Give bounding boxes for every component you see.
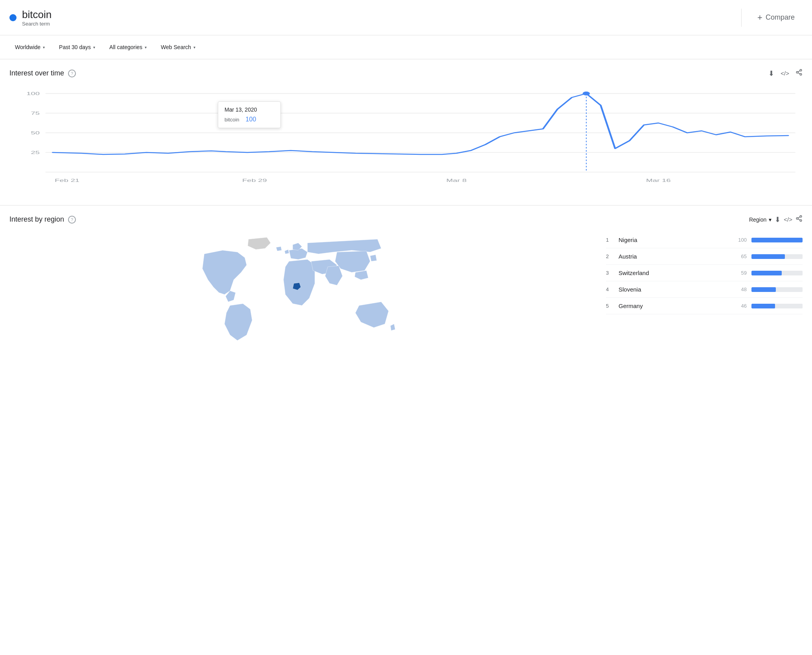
region-bar-bg (751, 271, 803, 275)
embed-icon[interactable]: </> (781, 70, 789, 77)
region-name: Switzerland (619, 270, 728, 276)
region-value: 65 (733, 253, 747, 259)
compare-label: Compare (766, 13, 795, 22)
region-list-item: 1 Nigeria 100 (606, 232, 803, 248)
region-bar (751, 271, 782, 275)
region-dropdown-label: Region (749, 216, 766, 223)
period-label: Past 30 days (59, 44, 91, 50)
search-term-text: bitcoin Search term (22, 9, 52, 27)
region-rank: 1 (606, 237, 614, 243)
svg-text:100: 100 (26, 91, 40, 96)
region-name: Austria (619, 253, 728, 260)
svg-point-2 (800, 73, 802, 75)
region-header-actions: Region ▾ ⬇ </> (749, 215, 803, 224)
region-bar-bg (751, 254, 803, 259)
svg-text:Feb 29: Feb 29 (242, 178, 267, 183)
svg-text:25: 25 (31, 150, 40, 155)
svg-point-1 (796, 72, 798, 73)
location-filter[interactable]: Worldwide ▾ (9, 41, 50, 53)
region-list-item: 4 Slovenia 48 (606, 281, 803, 298)
region-embed-icon[interactable]: </> (784, 216, 792, 223)
world-map-svg (9, 232, 598, 350)
svg-point-20 (800, 216, 802, 218)
region-type-dropdown[interactable]: Region ▾ (749, 216, 771, 223)
interest-by-region-header: Interest by region ? Region ▾ ⬇ </> (9, 215, 803, 224)
interest-over-time-help[interactable]: ? (68, 70, 76, 77)
header: bitcoin Search term + Compare (0, 0, 812, 35)
compare-button[interactable]: + Compare (741, 9, 803, 27)
category-filter[interactable]: All categories ▾ (104, 41, 152, 53)
svg-text:Mar 16: Mar 16 (646, 178, 671, 183)
region-bar-bg (751, 304, 803, 308)
interest-chart: 100 75 50 25 Feb 21 Feb 29 Mar 8 Mar 16 (9, 86, 803, 196)
svg-point-22 (800, 220, 802, 222)
interest-by-region-help[interactable]: ? (68, 216, 76, 224)
region-bar (751, 238, 803, 242)
svg-text:Feb 21: Feb 21 (55, 178, 79, 183)
search-term-section: bitcoin Search term (9, 9, 733, 27)
region-value: 46 (733, 303, 747, 309)
region-name: Nigeria (619, 237, 728, 243)
region-dropdown-chevron: ▾ (769, 216, 771, 223)
download-icon[interactable]: ⬇ (768, 69, 774, 78)
region-bar-bg (751, 238, 803, 242)
region-rank: 2 (606, 253, 614, 259)
interest-by-region-section: Interest by region ? Region ▾ ⬇ </> (0, 205, 812, 367)
region-rank: 4 (606, 286, 614, 292)
interest-over-time-title-group: Interest over time ? (9, 69, 76, 77)
share-icon[interactable] (795, 69, 803, 78)
region-bar (751, 304, 775, 308)
region-list-item: 2 Austria 65 (606, 248, 803, 265)
region-value: 48 (733, 286, 747, 292)
svg-line-24 (798, 217, 800, 218)
region-share-icon[interactable] (795, 215, 803, 224)
svg-text:75: 75 (31, 111, 40, 116)
svg-point-0 (800, 70, 802, 72)
search-type-filter[interactable]: Web Search ▾ (155, 41, 201, 53)
world-map-container (9, 232, 598, 358)
svg-line-23 (798, 219, 800, 220)
region-list-item: 5 Germany 46 (606, 298, 803, 314)
region-rank: 3 (606, 270, 614, 276)
region-content: 1 Nigeria 100 2 Austria 65 3 Switzerland… (9, 232, 803, 358)
interest-chart-container: 100 75 50 25 Feb 21 Feb 29 Mar 8 Mar 16 … (9, 86, 803, 196)
svg-line-4 (798, 71, 800, 72)
period-chevron: ▾ (93, 45, 95, 50)
region-rank: 5 (606, 303, 614, 309)
category-chevron: ▾ (145, 45, 147, 50)
category-label: All categories (109, 44, 142, 50)
region-bar-bg (751, 287, 803, 292)
region-bar (751, 254, 785, 259)
interest-over-time-actions: ⬇ </> (768, 69, 803, 78)
region-value: 59 (733, 270, 747, 276)
plus-icon: + (757, 13, 762, 23)
interest-over-time-title: Interest over time (9, 69, 64, 77)
location-label: Worldwide (15, 44, 41, 50)
search-type-chevron: ▾ (193, 45, 195, 50)
region-name: Germany (619, 303, 728, 309)
svg-text:Mar 8: Mar 8 (446, 178, 467, 183)
search-type-label: Web Search (161, 44, 191, 50)
search-term-type: Search term (22, 21, 52, 27)
interest-over-time-header: Interest over time ? ⬇ </> (9, 69, 803, 78)
interest-over-time-section: Interest over time ? ⬇ </> 100 75 (0, 59, 812, 205)
interest-by-region-title: Interest by region (9, 215, 64, 224)
region-value: 100 (733, 237, 747, 243)
region-list-item: 3 Switzerland 59 (606, 265, 803, 281)
region-name: Slovenia (619, 286, 728, 293)
interest-by-region-title-group: Interest by region ? (9, 215, 76, 224)
svg-point-19 (583, 92, 590, 95)
region-list: 1 Nigeria 100 2 Austria 65 3 Switzerland… (606, 232, 803, 358)
location-chevron: ▾ (43, 45, 45, 50)
svg-line-3 (798, 73, 800, 74)
svg-point-21 (796, 218, 798, 220)
period-filter[interactable]: Past 30 days ▾ (53, 41, 101, 53)
svg-text:50: 50 (31, 130, 40, 135)
region-download-icon[interactable]: ⬇ (775, 215, 781, 224)
region-bar (751, 287, 776, 292)
term-indicator (9, 14, 17, 21)
filters-bar: Worldwide ▾ Past 30 days ▾ All categorie… (0, 35, 812, 59)
search-term-name: bitcoin (22, 9, 52, 21)
